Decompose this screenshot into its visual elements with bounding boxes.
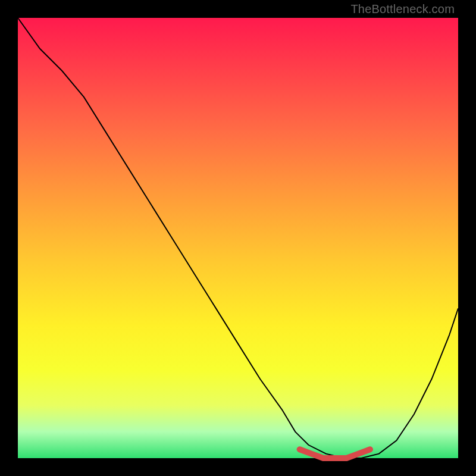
watermark-text: TheBottleneck.com [350, 2, 455, 16]
plot-area [18, 18, 458, 458]
bottleneck-highlight [300, 449, 370, 458]
bottleneck-curve [18, 18, 458, 458]
curve-svg [18, 18, 458, 458]
chart-frame: TheBottleneck.com [0, 0, 476, 476]
